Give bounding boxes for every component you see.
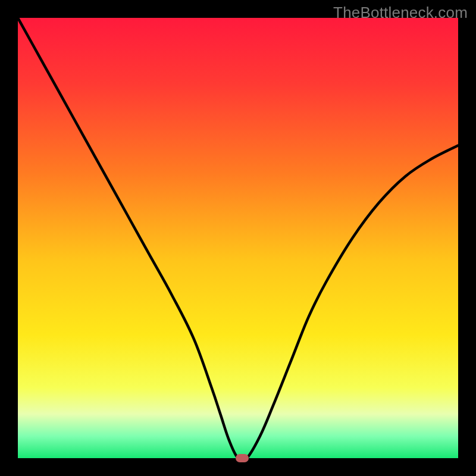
chart-frame: TheBottleneck.com (0, 0, 476, 476)
plot-area (18, 18, 458, 458)
bottleneck-curve (18, 18, 458, 458)
trough-marker (236, 454, 249, 462)
curve-layer (18, 18, 458, 458)
